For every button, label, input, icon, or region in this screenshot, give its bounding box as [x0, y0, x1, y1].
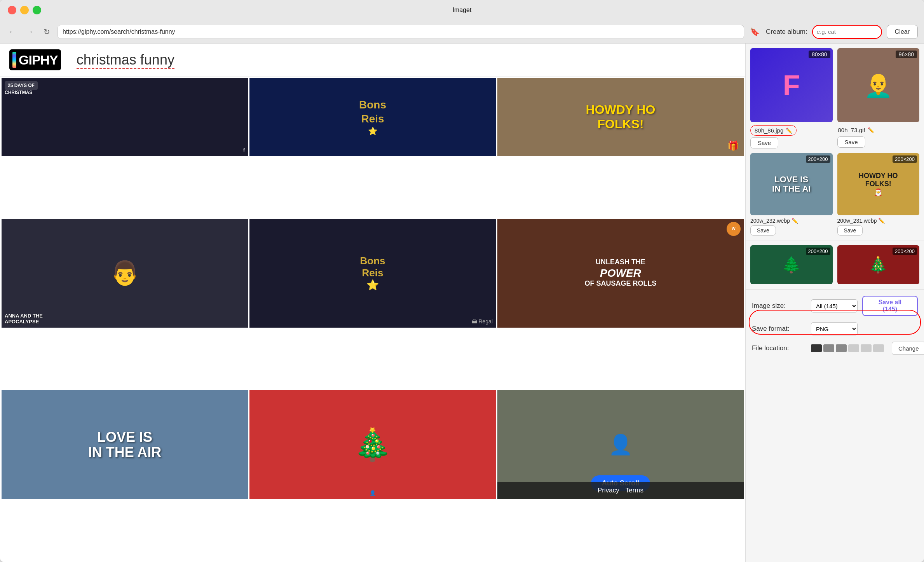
create-album-label: Create album: [766, 28, 807, 36]
loc-block-6 [873, 344, 884, 352]
image-size-select[interactable]: All (145) Small Medium Large [811, 299, 858, 312]
gif-grid: 25 DAYS OF CHRISTMAS f Bons Reis ⭐ HOWDY… [0, 77, 745, 562]
change-button[interactable]: Change [892, 342, 924, 355]
image-thumb-1: F 80×80 [750, 48, 833, 122]
giphy-logo: GIPHY [9, 49, 61, 70]
main-area: GIPHY christmas funny 25 DAYS OF CHRISTM… [0, 44, 924, 562]
image-thumb-5: 🌲 200×200 [750, 245, 833, 284]
mid-cards-row: LOVE ISIN THE AI 200×200 200w_232.webp ✏… [746, 148, 924, 241]
image-thumb-4: HOWDY HOFOLKS!🎅 200×200 [837, 153, 920, 215]
image-thumb-6: 🎄 200×200 [837, 245, 920, 284]
gif-cell-9: 👤 Auto Scroll Privacy Terms [497, 390, 744, 499]
create-album-input[interactable] [812, 25, 882, 39]
save-button-2[interactable]: Save [837, 136, 865, 148]
image-thumb-2: 👨‍🦲 96×80 [837, 48, 920, 122]
edit-icon-3[interactable]: ✏️ [792, 218, 798, 224]
filename-wrap-2: 80h_73.gif ✏️ [837, 125, 920, 135]
image-dimension-2: 96×80 [896, 51, 917, 58]
loc-block-5 [861, 344, 872, 352]
gif-cell-2: Bons Reis ⭐ [249, 78, 496, 156]
extension-panel: Create album: Clear [766, 25, 918, 39]
privacy-terms-bar: Privacy Terms [497, 482, 744, 499]
file-location-row: File location: Change 📁 [752, 342, 918, 355]
search-term: christmas funny [77, 52, 174, 69]
loc-block-4 [848, 344, 859, 352]
filename-wrap-1: 80h_86.jpg ✏️ [750, 125, 833, 136]
image-card-2: 👨‍🦲 96×80 80h_73.gif ✏️ Save [837, 48, 920, 148]
image-card-4: HOWDY HOFOLKS!🎅 200×200 200w_231.webp ✏️… [837, 153, 920, 236]
top-cards-row: F 80×80 80h_86.jpg ✏️ Save 👨‍🦲 [746, 44, 924, 148]
giphy-header: GIPHY christmas funny [0, 44, 745, 77]
file-location-blocks [811, 344, 884, 352]
save-button-1[interactable]: Save [750, 137, 778, 148]
filename-4: 200w_231.webp ✏️ [837, 218, 920, 224]
gif-cell-7: LOVE ISIN THE AIR [2, 390, 248, 499]
bookmark-button[interactable]: 🔖 [749, 26, 761, 38]
terms-link[interactable]: Terms [626, 487, 643, 494]
image-size-label: Image size: [752, 302, 806, 310]
image-size-row: Image size: All (145) Small Medium Large… [752, 296, 918, 316]
file-location-label: File location: [752, 344, 806, 352]
image-dimension-4: 200×200 [893, 155, 917, 163]
save-all-button[interactable]: Save all (145) [862, 296, 918, 316]
titlebar: Imaget [0, 0, 924, 20]
privacy-link[interactable]: Privacy [598, 487, 619, 494]
image-card-6: 🎄 200×200 [837, 245, 920, 284]
gif-cell-8: 🎄 👤 [249, 390, 496, 499]
gif-cell-3: HOWDY HOFOLKS! 🎁 [497, 78, 744, 156]
save-button-3[interactable]: Save [750, 225, 776, 236]
image-card-1: F 80×80 80h_86.jpg ✏️ Save [750, 48, 833, 148]
bottom-cards-row: 🌲 200×200 🎄 200×200 [746, 241, 924, 289]
save-format-select[interactable]: PNG JPG GIF WEBP [811, 322, 858, 335]
save-format-label: Save format: [752, 325, 806, 333]
image-thumb-3: LOVE ISIN THE AI 200×200 [750, 153, 833, 215]
edit-icon-1[interactable]: ✏️ [786, 127, 792, 134]
close-button[interactable] [8, 6, 16, 14]
image-dimension-3: 200×200 [806, 155, 830, 163]
f-letter-icon: F [783, 71, 800, 99]
image-card-5: 🌲 200×200 [750, 245, 833, 284]
loc-block-3 [836, 344, 847, 352]
image-dimension-5: 200×200 [806, 248, 830, 255]
filename-1: 80h_86.jpg ✏️ [750, 125, 797, 136]
minimize-button[interactable] [20, 6, 29, 14]
image-dimension-1: 80×80 [809, 51, 830, 58]
save-button-4[interactable]: Save [837, 225, 863, 236]
forward-button[interactable]: → [23, 26, 36, 38]
address-bar[interactable] [58, 25, 744, 39]
gif-cell-6: W UNLEASH THEPOWEROF SAUSAGE ROLLS [497, 219, 744, 328]
image-card-3: LOVE ISIN THE AI 200×200 200w_232.webp ✏… [750, 153, 833, 236]
maximize-button[interactable] [33, 6, 41, 14]
gif-cell-5: BonsReis⭐ 🏔 Regal [249, 219, 496, 328]
filename-3: 200w_232.webp ✏️ [750, 218, 833, 224]
image-dimension-6: 200×200 [893, 248, 917, 255]
gif-cell-4: ANNA AND THEAPOCALYPSE 👨 [2, 219, 248, 328]
loc-block-2 [823, 344, 834, 352]
settings-panel: Image size: All (145) Small Medium Large… [746, 289, 924, 367]
filename-2: 80h_73.gif ✏️ [837, 125, 920, 135]
browser-toolbar: ← → ↻ 🔖 Create album: Clear [0, 20, 924, 44]
refresh-button[interactable]: ↻ [40, 26, 53, 38]
back-button[interactable]: ← [6, 26, 19, 38]
edit-icon-4[interactable]: ✏️ [878, 218, 885, 224]
extension-sidebar: F 80×80 80h_86.jpg ✏️ Save 👨‍🦲 [745, 44, 924, 562]
edit-icon-2[interactable]: ✏️ [868, 127, 874, 133]
loc-block-1 [811, 344, 822, 352]
traffic-lights [8, 6, 41, 14]
app-window: Imaget ← → ↻ 🔖 Create album: Clear [0, 0, 924, 562]
save-format-row: Save format: PNG JPG GIF WEBP [752, 322, 918, 335]
browser-content: GIPHY christmas funny 25 DAYS OF CHRISTM… [0, 44, 745, 562]
window-title: Imaget [453, 7, 472, 14]
clear-button[interactable]: Clear [887, 25, 918, 39]
gif-cell-1: 25 DAYS OF CHRISTMAS f [2, 78, 248, 156]
